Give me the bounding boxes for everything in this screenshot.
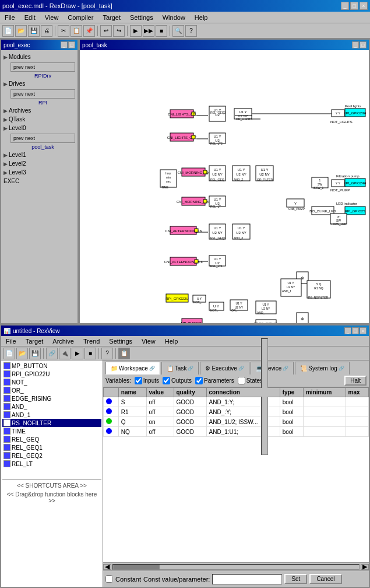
menu-target[interactable]: Target [100,13,123,22]
halt-button[interactable]: Halt [344,376,367,386]
tree-level1[interactable]: ▶ Level1 [3,150,75,159]
rv-open-btn[interactable]: 📂 [16,348,28,359]
col-minimum[interactable]: minimum [303,388,346,397]
tree-qtask[interactable]: ▶ QTask [3,115,75,124]
rexview-close[interactable]: × [360,327,367,334]
col-name[interactable]: name [118,388,146,397]
tree-node-and1[interactable]: AND_1 [2,411,101,419]
minimize-button[interactable]: _ [341,2,349,10]
open-button[interactable]: 📂 [15,25,27,37]
scroll-thumb[interactable] [113,565,160,569]
menu-view[interactable]: View [43,13,61,22]
inputs-checkbox-label[interactable]: Inputs [135,377,159,384]
zoom-in-button[interactable]: 🔍 [172,25,184,37]
menu-file[interactable]: File [2,13,17,22]
set-button[interactable]: Set [284,574,307,584]
horizontal-scrollbar[interactable]: ◀ ▶ [103,562,369,570]
constant-checkbox[interactable] [105,575,113,583]
rexview-menu-target[interactable]: Target [23,337,46,345]
rexview-menu-settings[interactable]: Settings [107,337,135,345]
rexview-menu-trend[interactable]: Trend [81,337,102,345]
rv-new-btn[interactable]: 📄 [3,348,15,359]
new-button[interactable]: 📄 [2,25,14,37]
menu-settings[interactable]: Settings [128,13,156,22]
col-quality[interactable]: quality [174,388,206,397]
tree-modules[interactable]: ▶ Modules [3,52,75,61]
tree-node-rel-geq1[interactable]: REL_GEQ1 [2,443,101,452]
rexview-minimize[interactable]: _ [344,327,351,334]
outputs-checkbox-label[interactable]: Outputs [163,377,192,384]
save-button[interactable]: 💾 [28,25,40,37]
tree-node-time[interactable]: TIME [2,427,101,435]
col-max[interactable]: max [346,388,368,397]
tree-node-rel-lt[interactable]: REL_LT [2,460,101,468]
help-toolbar-button[interactable]: ? [185,25,197,37]
menu-help[interactable]: Help [192,13,210,22]
tab-task[interactable]: 📋 Task 🔗 [161,362,199,374]
paste-button[interactable]: 📌 [83,25,95,37]
cancel-button[interactable]: Cancel [309,574,341,584]
states-checkbox-label[interactable]: States [238,377,263,384]
tab-syslog[interactable]: 📜 System log 🔗 [295,362,349,374]
run-button[interactable]: ▶▶ [143,25,154,37]
right-panel-maximize[interactable]: □ [360,41,367,48]
tree-node-edge-rising[interactable]: EDGE_RISING [2,394,101,402]
canvas-area[interactable]: CNI_LIGHTS_ON Y U1 Y U2 REL_GEQ2 U1 Y U2… [80,50,369,323]
tree-node-or[interactable]: OR_ [2,386,101,394]
col-value[interactable]: value [146,388,174,397]
tree-node-not[interactable]: NOT_ [2,378,101,386]
compile-button[interactable]: ▶ [130,25,142,37]
tree-node-and[interactable]: AND_ [2,402,101,411]
rv-connect-btn[interactable]: 🔗 [46,348,58,359]
rexview-menu-view[interactable]: View [139,337,158,345]
scroll-right-btn[interactable]: ▶ [361,564,369,570]
redo-button[interactable]: ↪ [113,25,125,37]
tree-level3[interactable]: ▶ Level3 [3,168,75,177]
states-checkbox[interactable] [238,377,245,384]
print-button[interactable]: 🖨 [41,25,52,37]
menu-edit[interactable]: Edit [22,13,38,22]
tree-level0[interactable]: ▶ Level0 [3,124,75,132]
rv-stop-btn[interactable]: ■ [84,348,96,359]
undo-button[interactable]: ↩ [100,25,112,37]
rv-extra-btn[interactable]: 📋 [118,348,130,359]
rexview-maximize[interactable]: □ [352,327,359,334]
left-panel-minimize[interactable]: _ [61,41,68,48]
menu-compiler[interactable]: Compiler [65,13,96,22]
tree-drives[interactable]: ▶ Drives [3,79,75,88]
right-panel-minimize[interactable]: _ [352,41,359,48]
rv-run-btn[interactable]: ▶ [72,348,83,359]
rv-help-btn[interactable]: ? [101,348,113,359]
tab-device[interactable]: 💻 Device 🔗 [251,362,294,374]
copy-button[interactable]: 📋 [71,25,82,37]
tab-executive[interactable]: ⚙ Executive 🔗 [200,362,249,374]
close-button[interactable]: × [360,2,368,10]
rexview-menu-file[interactable]: File [3,337,19,345]
tab-workspace[interactable]: 📁 Workspace 🔗 [105,362,160,374]
rv-save-btn[interactable]: 💾 [29,348,41,359]
const-value-input[interactable] [212,574,282,584]
rexview-menu-help[interactable]: Help [163,337,181,345]
scroll-left-btn[interactable]: ◀ [103,564,111,570]
rv-disconnect-btn[interactable]: 🔌 [59,348,71,359]
col-connection[interactable]: connection [206,388,280,397]
tree-exec[interactable]: EXEC [3,177,75,186]
tree-node-mp-button[interactable]: MP_BUTTON [2,362,101,370]
outputs-checkbox[interactable] [163,377,170,384]
data-table-container[interactable]: name value quality connection type minim… [103,387,369,562]
parameters-checkbox[interactable] [195,377,203,384]
tree-node-rel-geq2[interactable]: REL_GEQ2 [2,452,101,460]
menu-window[interactable]: Window [160,13,188,22]
tree-node-rel-geq[interactable]: REL_GEQ [2,435,101,443]
cut-button[interactable]: ✂ [58,25,69,37]
tree-node-rs-nofilter[interactable]: RS_NOFILTER [2,419,101,427]
left-panel-maximize[interactable]: □ [68,41,75,48]
stop-button[interactable]: ■ [156,25,167,37]
scroll-track[interactable] [112,564,360,570]
inputs-checkbox[interactable] [135,377,142,384]
shortcuts-drag-label[interactable]: << Drag&drop function blocks here >> [5,491,99,504]
rexview-menu-archive[interactable]: Archive [50,337,76,345]
maximize-button[interactable]: □ [350,2,358,10]
tree-level2[interactable]: ▶ Level2 [3,159,75,168]
parameters-checkbox-label[interactable]: Parameters [195,377,234,384]
